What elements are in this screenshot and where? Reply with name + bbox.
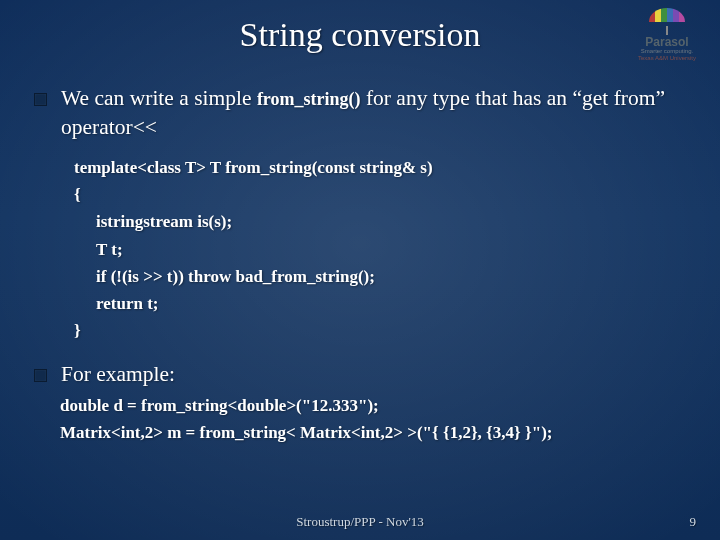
code-line-4: T t; xyxy=(74,236,690,263)
bullet-1-text: We can write a simple from_string() for … xyxy=(61,84,690,142)
logo-tagline-2: Texas A&M University xyxy=(628,55,706,62)
bullet-1-prefix: We can write a simple xyxy=(61,86,257,110)
logo-tagline-1: Smarter computing. xyxy=(628,48,706,55)
footer-text: Stroustrup/PPP - Nov'13 xyxy=(0,514,720,530)
example-line-1: double d = from_string<double>("12.333")… xyxy=(60,393,690,419)
umbrella-handle xyxy=(666,26,668,35)
bullet-1-code: from_string() xyxy=(257,89,361,109)
code-line-6: return t; xyxy=(74,290,690,317)
example-block: double d = from_string<double>("12.333")… xyxy=(60,393,690,446)
example-line-2: Matrix<int,2> m = from_string< Matrix<in… xyxy=(60,420,690,446)
parasol-logo: Parasol Smarter computing. Texas A&M Uni… xyxy=(628,8,706,61)
slide-content: We can write a simple from_string() for … xyxy=(34,84,690,446)
umbrella-icon xyxy=(649,8,685,22)
code-line-1: template<class T> T from_string(const st… xyxy=(74,154,690,181)
bullet-2: For example: xyxy=(34,360,690,389)
page-title: String conversion xyxy=(0,16,720,54)
code-line-5: if (!(is >> t)) throw bad_from_string(); xyxy=(74,263,690,290)
bullet-marker-icon xyxy=(34,369,47,382)
bullet-1: We can write a simple from_string() for … xyxy=(34,84,690,142)
page-number: 9 xyxy=(690,514,697,530)
code-line-3: istringstream is(s); xyxy=(74,208,690,235)
bullet-2-text: For example: xyxy=(61,360,175,389)
code-line-2: { xyxy=(74,181,690,208)
bullet-marker-icon xyxy=(34,93,47,106)
code-line-7: } xyxy=(74,317,690,344)
logo-brand: Parasol xyxy=(628,36,706,48)
code-block: template<class T> T from_string(const st… xyxy=(74,154,690,344)
